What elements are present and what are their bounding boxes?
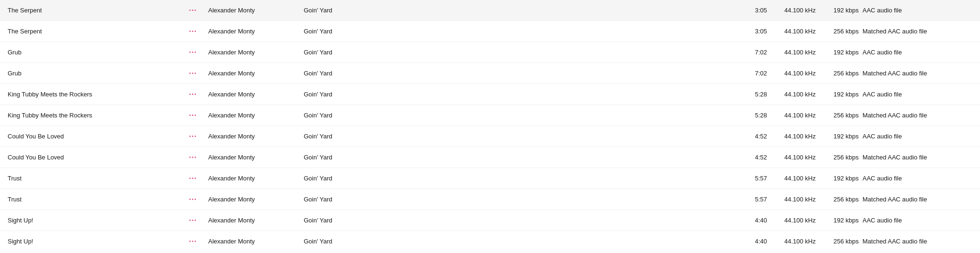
dots-menu[interactable]: •••: [189, 92, 208, 97]
track-duration: 4:40: [738, 217, 767, 224]
track-artist: Alexander Monty: [208, 175, 304, 182]
dots-menu[interactable]: •••: [189, 134, 208, 139]
track-bitrate: 256 kbps: [820, 238, 863, 245]
track-bitrate: 256 kbps: [820, 70, 863, 77]
track-album: Goin' Yard: [304, 91, 409, 98]
track-title: Grub: [8, 70, 189, 77]
track-samplerate: 44.100 kHz: [767, 7, 820, 14]
track-bitrate: 192 kbps: [820, 7, 863, 14]
dots-icon: •••: [189, 239, 197, 244]
dots-menu[interactable]: •••: [189, 113, 208, 118]
track-album: Goin' Yard: [304, 217, 409, 224]
track-artist: Alexander Monty: [208, 238, 304, 245]
track-album: Goin' Yard: [304, 133, 409, 140]
track-duration: 3:05: [738, 28, 767, 35]
track-bitrate: 256 kbps: [820, 28, 863, 35]
track-album: Goin' Yard: [304, 28, 409, 35]
track-filetype: Matched AAC audio file: [863, 28, 972, 35]
track-album: Goin' Yard: [304, 70, 409, 77]
track-samplerate: 44.100 kHz: [767, 112, 820, 119]
table-row[interactable]: The Serpent ••• Alexander Monty Goin' Ya…: [0, 0, 980, 21]
track-samplerate: 44.100 kHz: [767, 196, 820, 203]
track-filetype: Matched AAC audio file: [863, 70, 972, 77]
track-title: Trust: [8, 175, 189, 182]
track-duration: 5:57: [738, 175, 767, 182]
track-filetype: Matched AAC audio file: [863, 112, 972, 119]
track-album: Goin' Yard: [304, 154, 409, 161]
track-samplerate: 44.100 kHz: [767, 91, 820, 98]
dots-menu[interactable]: •••: [189, 8, 208, 13]
track-filetype: AAC audio file: [863, 7, 972, 14]
dots-menu[interactable]: •••: [189, 197, 208, 202]
dots-menu[interactable]: •••: [189, 155, 208, 160]
dots-icon: •••: [189, 29, 197, 34]
track-filetype: AAC audio file: [863, 133, 972, 140]
dots-icon: •••: [189, 71, 197, 76]
dots-icon: •••: [189, 176, 197, 181]
track-artist: Alexander Monty: [208, 133, 304, 140]
table-row[interactable]: The Serpent ••• Alexander Monty Goin' Ya…: [0, 21, 980, 42]
dots-icon: •••: [189, 155, 197, 160]
track-title: The Serpent: [8, 28, 189, 35]
dots-menu[interactable]: •••: [189, 29, 208, 34]
dots-menu[interactable]: •••: [189, 176, 208, 181]
table-row[interactable]: Could You Be Loved ••• Alexander Monty G…: [0, 126, 980, 147]
track-title: Sight Up!: [8, 217, 189, 224]
track-samplerate: 44.100 kHz: [767, 133, 820, 140]
track-samplerate: 44.100 kHz: [767, 70, 820, 77]
track-title: King Tubby Meets the Rockers: [8, 112, 189, 119]
track-duration: 5:28: [738, 91, 767, 98]
track-artist: Alexander Monty: [208, 91, 304, 98]
table-row[interactable]: Sight Up! ••• Alexander Monty Goin' Yard…: [0, 231, 980, 252]
track-title: Trust: [8, 196, 189, 203]
track-duration: 4:52: [738, 133, 767, 140]
track-title: The Serpent: [8, 7, 189, 14]
track-bitrate: 256 kbps: [820, 196, 863, 203]
track-artist: Alexander Monty: [208, 112, 304, 119]
dots-menu[interactable]: •••: [189, 239, 208, 244]
track-album: Goin' Yard: [304, 49, 409, 56]
dots-menu[interactable]: •••: [189, 71, 208, 76]
dots-menu[interactable]: •••: [189, 50, 208, 55]
track-filetype: AAC audio file: [863, 175, 972, 182]
track-samplerate: 44.100 kHz: [767, 49, 820, 56]
track-filetype: Matched AAC audio file: [863, 154, 972, 161]
track-bitrate: 256 kbps: [820, 154, 863, 161]
track-artist: Alexander Monty: [208, 7, 304, 14]
table-row[interactable]: Trust ••• Alexander Monty Goin' Yard 5:5…: [0, 189, 980, 210]
track-title: Could You Be Loved: [8, 154, 189, 161]
table-row[interactable]: King Tubby Meets the Rockers ••• Alexand…: [0, 105, 980, 126]
track-artist: Alexander Monty: [208, 196, 304, 203]
dots-icon: •••: [189, 113, 197, 118]
dots-menu[interactable]: •••: [189, 218, 208, 223]
dots-icon: •••: [189, 8, 197, 13]
track-duration: 3:05: [738, 7, 767, 14]
dots-icon: •••: [189, 50, 197, 55]
track-title: Grub: [8, 49, 189, 56]
track-bitrate: 192 kbps: [820, 175, 863, 182]
table-row[interactable]: Could You Be Loved ••• Alexander Monty G…: [0, 147, 980, 168]
track-album: Goin' Yard: [304, 238, 409, 245]
dots-icon: •••: [189, 134, 197, 139]
track-filetype: Matched AAC audio file: [863, 238, 972, 245]
track-filetype: Matched AAC audio file: [863, 196, 972, 203]
track-artist: Alexander Monty: [208, 28, 304, 35]
track-duration: 4:52: [738, 154, 767, 161]
table-row[interactable]: King Tubby Meets the Rockers ••• Alexand…: [0, 84, 980, 105]
track-duration: 7:02: [738, 70, 767, 77]
table-row[interactable]: Grub ••• Alexander Monty Goin' Yard 7:02…: [0, 42, 980, 63]
track-duration: 7:02: [738, 49, 767, 56]
track-album: Goin' Yard: [304, 7, 409, 14]
dots-icon: •••: [189, 197, 197, 202]
table-row[interactable]: Trust ••• Alexander Monty Goin' Yard 5:5…: [0, 168, 980, 189]
track-samplerate: 44.100 kHz: [767, 217, 820, 224]
track-samplerate: 44.100 kHz: [767, 154, 820, 161]
track-bitrate: 192 kbps: [820, 133, 863, 140]
track-title: King Tubby Meets the Rockers: [8, 91, 189, 98]
table-row[interactable]: Sight Up! ••• Alexander Monty Goin' Yard…: [0, 210, 980, 231]
track-title: Sight Up!: [8, 238, 189, 245]
track-album: Goin' Yard: [304, 175, 409, 182]
track-bitrate: 192 kbps: [820, 217, 863, 224]
track-samplerate: 44.100 kHz: [767, 238, 820, 245]
table-row[interactable]: Grub ••• Alexander Monty Goin' Yard 7:02…: [0, 63, 980, 84]
